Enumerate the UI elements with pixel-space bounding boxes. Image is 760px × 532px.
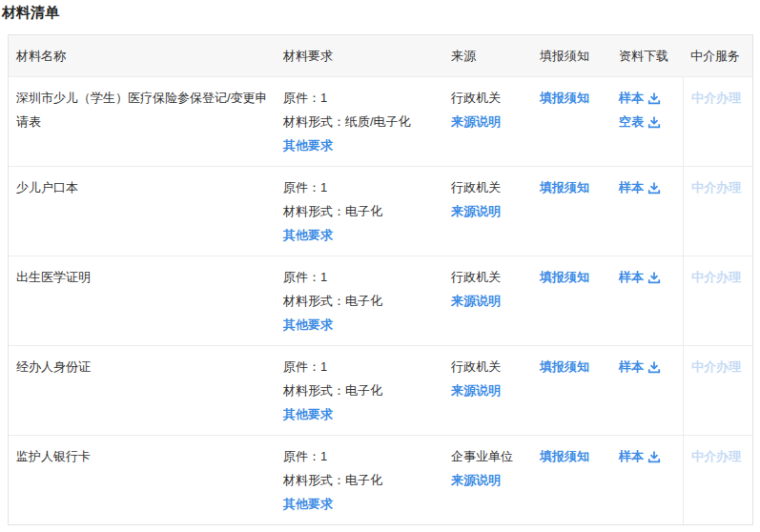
downloads-cell: 样本 — [611, 167, 683, 256]
material-name-cell: 少儿户口本 — [9, 167, 276, 256]
source-text: 企事业单位 — [451, 444, 524, 468]
material-name-cell: 经办人身份证 — [9, 346, 276, 435]
download-icon — [647, 271, 661, 284]
filing-notice-cell: 填报须知 — [532, 77, 611, 166]
agency-service-link[interactable]: 中介办理 — [691, 91, 741, 105]
original-count: 原件：1 — [283, 444, 436, 468]
original-count: 原件：1 — [283, 355, 436, 379]
page-title: 材料清单 — [2, 4, 59, 21]
agency-service-link[interactable]: 中介办理 — [691, 180, 741, 194]
filing-notice-cell: 填报须知 — [532, 346, 611, 435]
source-description-link[interactable]: 来源说明 — [451, 199, 524, 223]
material-name-cell: 出生医学证明 — [9, 256, 276, 345]
agency-service-cell: 中介办理 — [683, 77, 752, 166]
download-icon — [647, 92, 661, 105]
filing-notice-cell: 填报须知 — [532, 167, 611, 256]
filing-notice-cell: 填报须知 — [532, 256, 611, 345]
source-cell: 行政机关 来源说明 — [443, 167, 532, 256]
material-requirements-cell: 原件：1 材料形式：电子化 其他要求 — [276, 346, 443, 435]
table-header-row: 材料名称 材料要求 来源 填报须知 资料下载 中介服务 — [9, 35, 752, 76]
download-label: 样本 — [619, 175, 644, 199]
agency-service-link[interactable]: 中介办理 — [691, 359, 741, 374]
other-requirements-link[interactable]: 其他要求 — [283, 223, 436, 247]
original-count: 原件：1 — [283, 265, 436, 289]
material-name: 出生医学证明 — [16, 270, 91, 284]
column-header-material-requirements: 材料要求 — [276, 35, 443, 76]
source-description-link[interactable]: 来源说明 — [451, 110, 524, 133]
download-icon — [647, 181, 661, 194]
filing-notice-link[interactable]: 填报须知 — [540, 175, 604, 199]
source-text: 行政机关 — [451, 355, 524, 379]
material-form: 材料形式：电子化 — [283, 199, 436, 223]
material-requirements-cell: 原件：1 材料形式：电子化 其他要求 — [276, 256, 443, 345]
source-text: 行政机关 — [451, 86, 524, 110]
downloads-cell: 样本 — [611, 436, 683, 524]
original-count: 原件：1 — [283, 86, 436, 110]
source-description-link[interactable]: 来源说明 — [451, 289, 524, 313]
original-count: 原件：1 — [283, 175, 436, 199]
material-name: 经办人身份证 — [16, 359, 91, 374]
agency-service-cell: 中介办理 — [683, 346, 752, 435]
download-link[interactable]: 样本 — [619, 355, 675, 379]
other-requirements-link[interactable]: 其他要求 — [283, 402, 436, 426]
other-requirements-link[interactable]: 其他要求 — [283, 313, 436, 337]
column-header-filing-notice: 填报须知 — [532, 35, 611, 76]
downloads-cell: 样本 — [611, 346, 683, 435]
downloads-cell: 样本 空表 — [611, 77, 683, 166]
download-link[interactable]: 样本 — [619, 175, 675, 199]
material-requirements-cell: 原件：1 材料形式：电子化 其他要求 — [276, 167, 443, 256]
filing-notice-link[interactable]: 填报须知 — [540, 444, 604, 468]
source-description-link[interactable]: 来源说明 — [451, 379, 524, 402]
table-body: 深圳市少儿（学生）医疗保险参保登记/变更申请表 原件：1 材料形式：纸质/电子化… — [9, 76, 752, 524]
material-form: 材料形式：纸质/电子化 — [283, 110, 436, 133]
other-requirements-link[interactable]: 其他要求 — [283, 133, 436, 157]
source-description-link[interactable]: 来源说明 — [451, 468, 524, 492]
material-name: 深圳市少儿（学生）医疗保险参保登记/变更申请表 — [16, 91, 268, 129]
source-cell: 企事业单位 来源说明 — [443, 436, 532, 524]
download-link[interactable]: 空表 — [619, 110, 675, 133]
downloads-cell: 样本 — [611, 256, 683, 345]
materials-page: 材料清单 材料名称 材料要求 来源 填报须知 资料下载 中介服务 深圳市少儿（学… — [0, 0, 760, 532]
table-row: 深圳市少儿（学生）医疗保险参保登记/变更申请表 原件：1 材料形式：纸质/电子化… — [9, 76, 752, 166]
material-name: 少儿户口本 — [16, 180, 78, 194]
filing-notice-link[interactable]: 填报须知 — [540, 265, 604, 289]
download-link[interactable]: 样本 — [619, 444, 675, 468]
agency-service-link[interactable]: 中介办理 — [691, 270, 741, 284]
other-requirements-link[interactable]: 其他要求 — [283, 492, 436, 516]
material-requirements-cell: 原件：1 材料形式：纸质/电子化 其他要求 — [276, 77, 443, 166]
download-label: 样本 — [619, 86, 644, 110]
source-text: 行政机关 — [451, 265, 524, 289]
table-row: 出生医学证明 原件：1 材料形式：电子化 其他要求 行政机关 来源说明 填报须知… — [9, 256, 752, 345]
download-label: 样本 — [619, 444, 644, 468]
material-form: 材料形式：电子化 — [283, 379, 436, 402]
source-cell: 行政机关 来源说明 — [443, 346, 532, 435]
agency-service-cell: 中介办理 — [683, 167, 752, 256]
filing-notice-link[interactable]: 填报须知 — [540, 355, 604, 379]
download-icon — [647, 115, 661, 129]
source-cell: 行政机关 来源说明 — [443, 77, 532, 166]
material-name: 监护人银行卡 — [16, 449, 91, 463]
download-link[interactable]: 样本 — [619, 86, 675, 110]
material-form: 材料形式：电子化 — [283, 289, 436, 313]
agency-service-cell: 中介办理 — [683, 436, 752, 524]
material-requirements-cell: 原件：1 材料形式：电子化 其他要求 — [276, 436, 443, 524]
column-header-downloads: 资料下载 — [611, 35, 683, 76]
table-row: 监护人银行卡 原件：1 材料形式：电子化 其他要求 企事业单位 来源说明 填报须… — [9, 435, 752, 524]
column-header-material-name: 材料名称 — [9, 35, 276, 76]
download-icon — [647, 360, 661, 374]
download-label: 空表 — [619, 110, 644, 133]
table-row: 少儿户口本 原件：1 材料形式：电子化 其他要求 行政机关 来源说明 填报须知 … — [9, 166, 752, 256]
agency-service-link[interactable]: 中介办理 — [691, 449, 741, 463]
filing-notice-cell: 填报须知 — [532, 436, 611, 524]
material-form: 材料形式：电子化 — [283, 468, 436, 492]
agency-service-cell: 中介办理 — [683, 256, 752, 345]
download-link[interactable]: 样本 — [619, 265, 675, 289]
download-label: 样本 — [619, 355, 644, 379]
material-name-cell: 深圳市少儿（学生）医疗保险参保登记/变更申请表 — [9, 77, 276, 166]
table-row: 经办人身份证 原件：1 材料形式：电子化 其他要求 行政机关 来源说明 填报须知… — [9, 345, 752, 435]
download-label: 样本 — [619, 265, 644, 289]
filing-notice-link[interactable]: 填报须知 — [540, 86, 604, 110]
download-icon — [647, 450, 661, 463]
materials-table: 材料名称 材料要求 来源 填报须知 资料下载 中介服务 深圳市少儿（学生）医疗保… — [8, 34, 753, 525]
source-text: 行政机关 — [451, 175, 524, 199]
